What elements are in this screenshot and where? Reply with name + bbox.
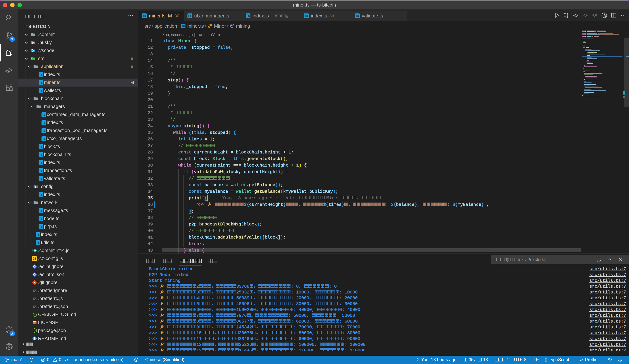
svg-text:JS: JS <box>33 329 36 332</box>
